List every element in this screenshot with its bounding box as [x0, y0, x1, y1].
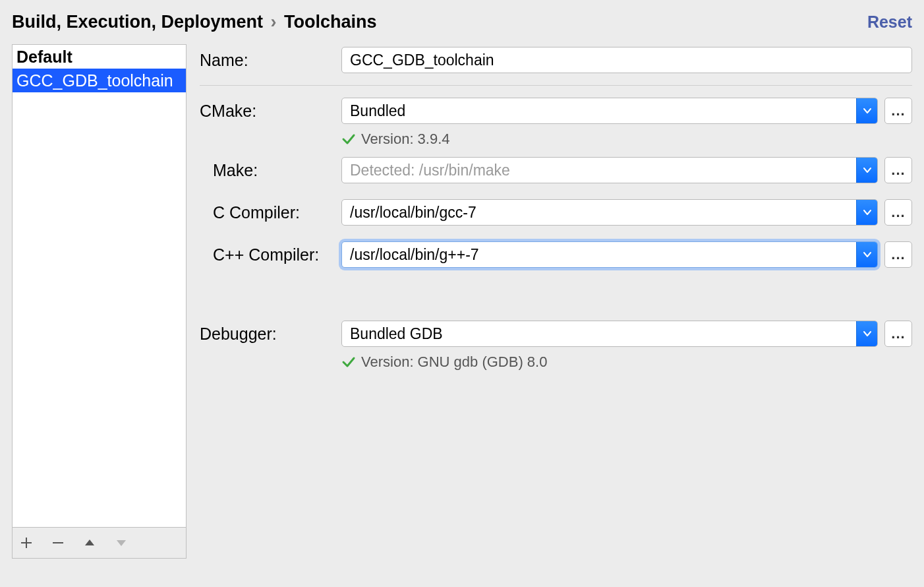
list-item[interactable]: Default: [13, 45, 186, 69]
debugger-value: Bundled GDB: [342, 321, 856, 346]
c-compiler-label: C Compiler:: [200, 203, 341, 222]
check-icon: [341, 355, 356, 369]
debugger-combo[interactable]: Bundled GDB: [341, 321, 878, 347]
chevron-down-icon: [856, 321, 877, 346]
cpp-compiler-browse-button[interactable]: ...: [884, 241, 912, 268]
list-item[interactable]: GCC_GDB_toolchain: [13, 69, 186, 92]
cpp-compiler-label: C++ Compiler:: [200, 245, 341, 264]
c-compiler-combo[interactable]: /usr/local/bin/gcc-7: [341, 199, 878, 226]
reset-link[interactable]: Reset: [867, 13, 912, 32]
move-down-button[interactable]: [110, 532, 132, 554]
list-toolbar: [13, 527, 186, 558]
toolchain-list: Default GCC_GDB_toolchain: [12, 44, 187, 559]
name-input[interactable]: [341, 47, 912, 73]
breadcrumb: Build, Execution, Deployment › Toolchain…: [12, 12, 377, 32]
name-label: Name:: [200, 51, 341, 70]
check-icon: [341, 132, 356, 146]
chevron-down-icon: [856, 200, 877, 225]
separator: [200, 85, 912, 86]
debugger-version-text: Version: GNU gdb (GDB) 8.0: [361, 354, 547, 371]
make-browse-button[interactable]: ...: [884, 157, 912, 183]
cpp-compiler-value: /usr/local/bin/g++-7: [342, 242, 856, 267]
triangle-down-icon: [115, 536, 128, 549]
minus-icon: [51, 536, 65, 549]
cpp-compiler-combo[interactable]: /usr/local/bin/g++-7: [341, 241, 878, 268]
make-label: Make:: [200, 161, 341, 180]
cmake-version-text: Version: 3.9.4: [361, 131, 450, 148]
plus-icon: [20, 536, 33, 549]
chevron-down-icon: [856, 242, 877, 267]
make-placeholder: Detected: /usr/bin/make: [342, 158, 856, 183]
breadcrumb-seg1[interactable]: Build, Execution, Deployment: [12, 12, 263, 32]
chevron-down-icon: [856, 158, 877, 183]
cmake-value: Bundled: [342, 98, 856, 123]
move-up-button[interactable]: [78, 532, 101, 554]
cmake-combo[interactable]: Bundled: [341, 98, 878, 124]
c-compiler-value: /usr/local/bin/gcc-7: [342, 200, 856, 225]
chevron-right-icon: ›: [271, 12, 277, 32]
breadcrumb-seg2: Toolchains: [284, 12, 377, 32]
debugger-version-hint: Version: GNU gdb (GDB) 8.0: [341, 354, 912, 371]
remove-button[interactable]: [47, 532, 69, 554]
add-button[interactable]: [15, 532, 38, 554]
triangle-up-icon: [83, 536, 96, 549]
c-compiler-browse-button[interactable]: ...: [884, 199, 912, 226]
cmake-browse-button[interactable]: ...: [884, 98, 912, 124]
debugger-browse-button[interactable]: ...: [884, 321, 912, 347]
make-combo[interactable]: Detected: /usr/bin/make: [341, 157, 878, 183]
chevron-down-icon: [856, 98, 877, 123]
cmake-version-hint: Version: 3.9.4: [341, 131, 912, 148]
cmake-label: CMake:: [200, 102, 341, 121]
debugger-label: Debugger:: [200, 324, 341, 344]
toolchain-form: Name: CMake: Bundled ...: [200, 44, 912, 559]
